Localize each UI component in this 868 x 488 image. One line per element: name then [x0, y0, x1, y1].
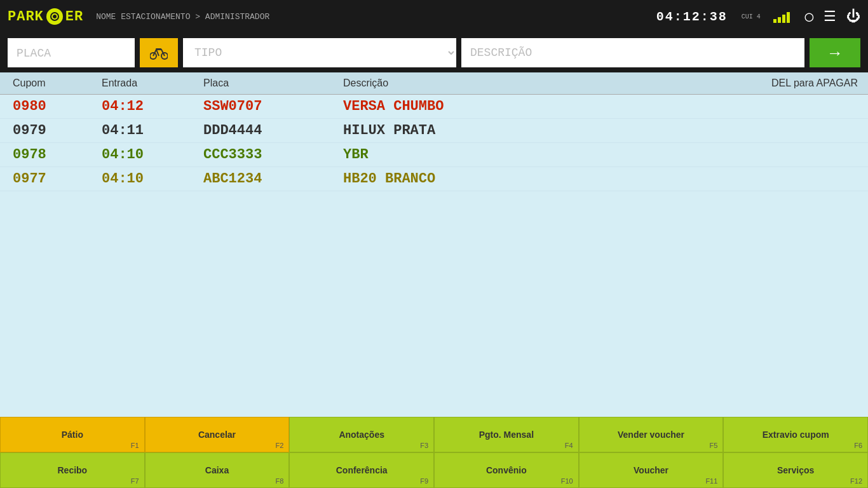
- btn-f11[interactable]: Voucher F11: [579, 452, 724, 488]
- btn-label: Conferência: [336, 465, 388, 475]
- bar1: [773, 19, 776, 23]
- btn-f1[interactable]: Pátio F1: [0, 417, 145, 452]
- arrow-icon: →: [827, 43, 843, 63]
- bike-button[interactable]: [140, 38, 178, 67]
- btn-key: F6: [854, 442, 862, 449]
- header: PARK ER NOME ESTACIONAMENTO > ADMINISTRA…: [0, 0, 868, 33]
- btn-f5[interactable]: Vender voucher F5: [579, 417, 724, 452]
- btn-label: Cancelar: [198, 430, 236, 440]
- bar4: [787, 12, 790, 23]
- bar3: [782, 15, 785, 23]
- cell-descricao: YBR: [343, 147, 868, 163]
- btn-label: Voucher: [634, 465, 668, 475]
- cell-cupom: 0980: [0, 98, 102, 114]
- logo: PARK ER: [8, 8, 83, 25]
- bottom-buttons: Pátio F1 Cancelar F2 Anotações F3 Pgto. …: [0, 417, 868, 488]
- table-row[interactable]: 0977 04:10 ABC1234 HB20 BRANCO: [0, 167, 868, 191]
- cell-placa: SSW0707: [203, 98, 343, 114]
- col-header-descricao: Descrição: [343, 78, 771, 89]
- cell-entrada: 04:10: [102, 171, 203, 187]
- btn-label: Recibo: [57, 465, 87, 475]
- btn-label: Pgto. Mensal: [479, 430, 534, 440]
- cell-cupom: 0977: [0, 171, 102, 187]
- btn-f8[interactable]: Caixa F8: [145, 452, 290, 488]
- table-row[interactable]: 0979 04:11 DDD4444 HILUX PRATA: [0, 119, 868, 143]
- btn-f9[interactable]: Conferência F9: [289, 452, 434, 488]
- col-header-del: DEL para APAGAR: [771, 78, 868, 89]
- cell-cupom: 0978: [0, 147, 102, 163]
- cui-label: CUI 4: [742, 13, 761, 20]
- btn-key: F3: [420, 442, 428, 449]
- col-header-placa: Placa: [203, 78, 343, 89]
- btn-label: Anotações: [339, 430, 384, 440]
- cell-entrada: 04:11: [102, 123, 203, 139]
- signal-bars: [773, 10, 790, 23]
- btn-key: F1: [131, 442, 139, 449]
- btn-label: Caixa: [205, 465, 229, 475]
- bottom-row2: Recibo F7 Caixa F8 Conferência F9 Convên…: [0, 452, 868, 488]
- col-header-entrada: Entrada: [102, 78, 203, 89]
- table-row[interactable]: 0980 04:12 SSW0707 VERSA CHUMBO: [0, 95, 868, 119]
- menu-icon[interactable]: ☰: [824, 8, 836, 25]
- descricao-input[interactable]: [461, 38, 804, 67]
- nav-text: NOME ESTACIONAMENTO > ADMINISTRADOR: [96, 12, 648, 22]
- btn-label: Extravio cupom: [763, 430, 829, 440]
- cell-placa: ABC1234: [203, 171, 343, 187]
- logo-text2: ER: [65, 9, 83, 25]
- btn-f3[interactable]: Anotações F3: [289, 417, 434, 452]
- btn-key: F11: [705, 477, 717, 485]
- cell-placa: DDD4444: [203, 123, 343, 139]
- btn-f7[interactable]: Recibo F7: [0, 452, 145, 488]
- btn-label: Serviços: [777, 465, 814, 475]
- btn-key: F12: [850, 477, 862, 485]
- btn-key: F10: [561, 477, 573, 485]
- user-icon[interactable]: ◯: [805, 8, 813, 25]
- power-icon[interactable]: ⏻: [846, 8, 860, 25]
- cell-descricao: HB20 BRANCO: [343, 171, 868, 187]
- table-body: 0980 04:12 SSW0707 VERSA CHUMBO 0979 04:…: [0, 95, 868, 191]
- tipo-select[interactable]: TIPO: [183, 38, 456, 67]
- btn-key: F4: [565, 442, 573, 449]
- col-header-cupom: Cupom: [0, 78, 102, 89]
- table-row[interactable]: 0978 04:10 CCC3333 YBR: [0, 143, 868, 167]
- btn-key: F9: [420, 477, 428, 485]
- btn-key: F8: [276, 477, 284, 485]
- cui-block: CUI 4: [742, 13, 761, 20]
- svg-rect-4: [156, 48, 161, 50]
- submit-button[interactable]: →: [810, 38, 860, 67]
- bar2: [778, 17, 781, 23]
- btn-f6[interactable]: Extravio cupom F6: [723, 417, 868, 452]
- placa-input[interactable]: [8, 38, 135, 67]
- clock: 04:12:38: [656, 10, 728, 24]
- btn-key: F5: [710, 442, 718, 449]
- btn-key: F2: [276, 442, 284, 449]
- btn-f10[interactable]: Convênio F10: [434, 452, 579, 488]
- btn-f4[interactable]: Pgto. Mensal F4: [434, 417, 579, 452]
- cell-descricao: VERSA CHUMBO: [343, 98, 868, 114]
- bottom-row1: Pátio F1 Cancelar F2 Anotações F3 Pgto. …: [0, 417, 868, 452]
- logo-text: PARK: [8, 9, 44, 25]
- cell-entrada: 04:12: [102, 98, 203, 114]
- header-icons: ◯ ☰ ⏻: [805, 8, 860, 25]
- cell-cupom: 0979: [0, 123, 102, 139]
- btn-label: Vender voucher: [618, 430, 684, 440]
- form-row: TIPO →: [0, 33, 868, 72]
- btn-key: F7: [131, 477, 139, 485]
- btn-f12[interactable]: Serviços F12: [723, 452, 868, 488]
- btn-label: Convênio: [486, 465, 527, 475]
- cell-entrada: 04:10: [102, 147, 203, 163]
- btn-label: Pátio: [62, 430, 83, 440]
- logo-circle: [46, 8, 63, 25]
- table-header: Cupom Entrada Placa Descrição DEL para A…: [0, 72, 868, 95]
- cell-descricao: HILUX PRATA: [343, 123, 868, 139]
- btn-f2[interactable]: Cancelar F2: [145, 417, 290, 452]
- cell-placa: CCC3333: [203, 147, 343, 163]
- bike-icon: [150, 46, 168, 60]
